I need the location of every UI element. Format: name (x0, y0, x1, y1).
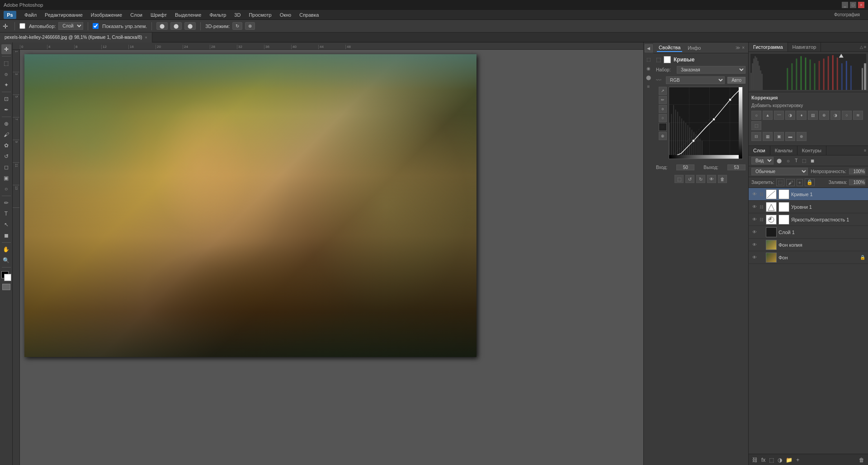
histogram-menu-btn[interactable]: ≡ (864, 45, 866, 49)
exposure-icon[interactable]: ◑ (785, 111, 795, 120)
layer-item-bgcopy[interactable]: 👁 Фон копия (749, 239, 868, 251)
3d-rotate-btn[interactable]: ↻ (232, 22, 242, 30)
menu-file[interactable]: Файл (21, 11, 40, 19)
quick-select-tool[interactable]: ✦ (1, 80, 11, 90)
layer-type-filter[interactable]: Вид (751, 157, 774, 164)
lock-all-btn[interactable]: 🔒 (805, 178, 815, 186)
panel-icon-1[interactable]: ⬚ (645, 55, 653, 63)
layer-item-levels1[interactable]: 👁 ⛓ Уровни 1 (749, 201, 868, 213)
auto-select-dropdown[interactable]: Слой (58, 22, 83, 30)
quick-mask[interactable] (2, 284, 10, 290)
layer-filter-btn-3[interactable]: T (793, 158, 799, 164)
lasso-tool[interactable]: ⌾ (1, 69, 11, 79)
histogram-tab[interactable]: Гистограмма (749, 42, 788, 52)
invert-icon[interactable]: ⊟ (751, 132, 761, 141)
panel-close-icon[interactable]: × (742, 45, 745, 50)
selection-tool[interactable]: ⬚ (1, 58, 11, 68)
hand-tool[interactable]: ✋ (1, 244, 11, 254)
eyedropper-tool[interactable]: ✒ (1, 105, 11, 115)
layer-style-btn[interactable]: fx (760, 456, 766, 464)
healing-tool[interactable]: ⊕ (1, 119, 11, 129)
restore-button[interactable]: □ (850, 2, 856, 8)
auto-button[interactable]: Авто (727, 77, 745, 84)
navigator-tab[interactable]: Навигатор (788, 42, 821, 52)
menu-view[interactable]: Просмотр (245, 11, 275, 19)
curves-action-2[interactable]: ↺ (685, 175, 694, 183)
menu-edit[interactable]: Редактирование (41, 11, 86, 19)
bw-icon[interactable]: ◑ (830, 111, 840, 120)
close-button[interactable]: × (858, 2, 864, 8)
3d-pan-btn[interactable]: ⊕ (245, 22, 255, 30)
preset-dropdown[interactable]: Заказная (677, 66, 745, 74)
posterize-icon[interactable]: ▦ (763, 132, 773, 141)
curves-action-eye[interactable]: 👁 (707, 175, 716, 183)
layer-eye-layer1[interactable]: 👁 (751, 230, 758, 235)
levels-icon[interactable]: ▲ (763, 111, 773, 120)
brightness-icon[interactable]: ☼ (751, 111, 761, 120)
color-selector[interactable] (1, 271, 11, 281)
align-center-btn[interactable]: ⬤ (170, 22, 182, 30)
tab-close-icon[interactable]: × (145, 35, 147, 40)
layers-tab-layers[interactable]: Слои (749, 146, 770, 155)
menu-layers[interactable]: Слои (127, 11, 146, 19)
fill-input[interactable] (849, 179, 865, 185)
menu-filter[interactable]: Фильтр (206, 11, 230, 19)
text-tool[interactable]: T (1, 209, 11, 219)
vibrance-icon[interactable]: ♦ (797, 111, 807, 120)
menu-select[interactable]: Выделение (171, 11, 205, 19)
properties-tab[interactable]: Свойства (657, 44, 682, 52)
history-tool[interactable]: ↺ (1, 151, 11, 161)
colorlookup-icon[interactable]: ⬚ (751, 121, 761, 130)
layer-item-brightness1[interactable]: 👁 ⛓ Яркость/Контрастность 1 (749, 213, 868, 226)
layer-group-btn[interactable]: 📁 (785, 456, 793, 464)
crop-tool[interactable]: ⊡ (1, 94, 11, 104)
layer-new-btn[interactable]: + (795, 456, 800, 464)
lock-position-btn[interactable]: + (797, 179, 803, 186)
threshold-icon[interactable]: ▣ (774, 132, 784, 141)
panel-icon-4[interactable]: ≡ (645, 82, 653, 90)
output-field[interactable] (727, 164, 745, 170)
curves-white-point[interactable]: ○ (659, 105, 667, 113)
opacity-input[interactable] (849, 169, 865, 174)
panel-icon-2[interactable]: ◉ (645, 64, 653, 72)
curves-black-point[interactable]: ○ (659, 123, 667, 131)
curves-action-delete[interactable]: 🗑 (718, 175, 727, 183)
move-tool[interactable]: ✛ (1, 44, 11, 54)
curves-pointer-tool[interactable]: ↗ (659, 87, 667, 95)
input-field[interactable] (676, 164, 694, 170)
menu-image[interactable]: Изображение (87, 11, 126, 19)
info-tab[interactable]: Инфо (686, 44, 703, 52)
active-tab[interactable]: pexels-leah-kelley-2466668.jpg @ 98,1% (… (0, 33, 152, 42)
layer-delete-btn[interactable]: 🗑 (858, 456, 865, 464)
layer-adjustment-btn[interactable]: ◑ (777, 456, 783, 464)
eraser-tool[interactable]: ◻ (1, 162, 11, 172)
layer-mask-btn[interactable]: ⬚ (768, 456, 775, 464)
gradient-map-icon[interactable]: ▬ (785, 132, 795, 141)
menu-3d[interactable]: 3D (231, 11, 244, 19)
minimize-button[interactable]: _ (842, 2, 848, 8)
curves-sample-tool[interactable]: ⊕ (659, 132, 667, 140)
lock-image-btn[interactable]: 🖌 (786, 179, 795, 186)
layer-filter-btn-2[interactable]: ☼ (785, 158, 792, 164)
layer-eye-bg[interactable]: 👁 (751, 255, 758, 260)
layer-eye-curves1[interactable]: 👁 (751, 192, 758, 197)
layer-link-btn[interactable]: ⛓ (751, 456, 759, 464)
layer-item-curves1[interactable]: 👁 ⛓ Кривые 1 (749, 188, 868, 201)
brush-tool[interactable]: 🖌 (1, 130, 11, 140)
lock-transparent-btn[interactable]: ⬚ (776, 178, 784, 186)
layers-menu-btn[interactable]: ≡ (864, 148, 866, 153)
layer-item-bg[interactable]: 👁 Фон 🔒 (749, 251, 868, 264)
layer-eye-brightness1[interactable]: 👁 (751, 217, 758, 222)
align-left-btn[interactable]: ⬤ (156, 22, 168, 30)
gradient-tool[interactable]: ▣ (1, 173, 11, 183)
colorbalance-icon[interactable]: ⊕ (819, 111, 829, 120)
blend-mode-dropdown[interactable]: Обычные Умножение Перекрытие (751, 168, 808, 175)
zoom-tool[interactable]: 🔍 (1, 255, 11, 265)
curves-gray-point[interactable]: ○ (659, 114, 667, 122)
expand-icon[interactable]: ≫ (736, 45, 740, 50)
shape-tool[interactable]: ◼ (1, 230, 11, 240)
curves-pencil-tool[interactable]: ✏ (659, 96, 667, 104)
show-transform-checkbox[interactable] (93, 23, 99, 29)
layer-filter-btn-1[interactable]: ⬤ (775, 158, 783, 164)
auto-select-checkbox[interactable] (19, 23, 25, 29)
